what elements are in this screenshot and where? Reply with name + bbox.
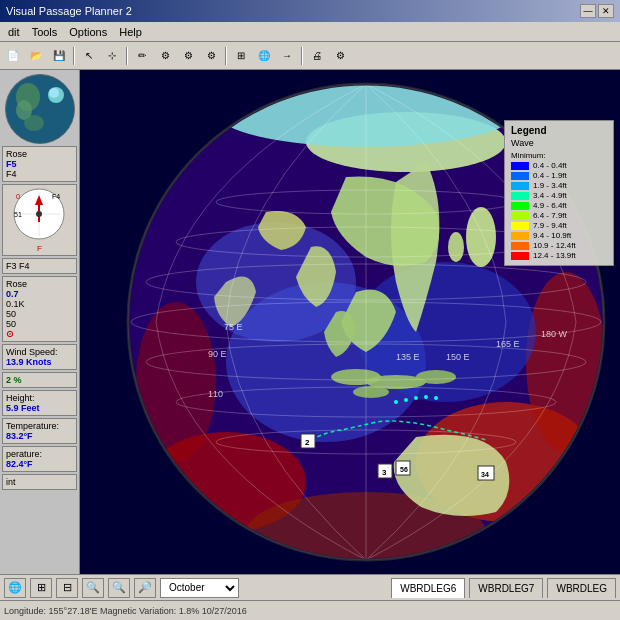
globe-area[interactable]: 75 E 90 E 110 135 E 150 E 165 E 180 W 2 … (80, 70, 620, 574)
print-button[interactable]: 🖨 (306, 45, 328, 67)
minimize-button[interactable]: — (580, 4, 596, 18)
arrow-button[interactable]: → (276, 45, 298, 67)
globe-icon-btn[interactable]: 🌐 (4, 578, 26, 598)
zoom-out-btn[interactable]: 🔍 (82, 578, 104, 598)
toolbar-sep3 (225, 47, 227, 65)
tool3-button[interactable]: ⚙ (200, 45, 222, 67)
svg-text:90 E: 90 E (208, 349, 227, 359)
legend-panel: Legend Wave Minimum: 0.4 - 0.4ft0.4 - 1.… (504, 120, 614, 266)
f3-section: F3 F4 (2, 258, 77, 274)
wind-compass-svg: 0 F4 51 (12, 187, 67, 242)
menu-help[interactable]: Help (113, 25, 148, 39)
titlebar: Visual Passage Planner 2 — ✕ (0, 0, 620, 22)
wave-height-section: Height: 5.9 Feet (2, 390, 77, 416)
month-select[interactable]: October January February March April May… (160, 578, 239, 598)
menubar: dit Tools Options Help (0, 22, 620, 42)
legend-minimum-row: Minimum: (511, 151, 607, 160)
wave-height-label: Height: (6, 393, 73, 403)
svg-text:110: 110 (208, 389, 223, 399)
svg-text:34: 34 (481, 471, 489, 478)
percent-value: 2 % (6, 375, 73, 385)
wind-speed-label: Wind Speed: (6, 347, 73, 357)
svg-point-28 (466, 207, 496, 267)
wind-speed-section: Wind Speed: 13.9 Knots (2, 344, 77, 370)
legend-row: 9.4 - 10.9ft (511, 231, 607, 240)
grid-icon-btn[interactable]: ⊞ (30, 578, 52, 598)
svg-text:150 E: 150 E (446, 352, 470, 362)
tool1-button[interactable]: ⚙ (154, 45, 176, 67)
tab-wbrdleg7[interactable]: WBRDLEG7 (469, 578, 543, 598)
app-title: Visual Passage Planner 2 (6, 5, 132, 17)
toolbar: 📄 📂 💾 ↖ ⊹ ✏ ⚙ ⚙ ⚙ ⊞ 🌐 → 🖨 ⚙ (0, 42, 620, 70)
zoom-in-btn[interactable]: 🔍 (108, 578, 130, 598)
legend-row: 0.4 - 0.4ft (511, 161, 607, 170)
new-button[interactable]: 📄 (2, 45, 24, 67)
wind-speed-value: 13.9 Knots (6, 357, 73, 367)
wind-rose-section: Rose F5 F4 (2, 146, 77, 182)
save-button[interactable]: 💾 (48, 45, 70, 67)
close-button[interactable]: ✕ (598, 4, 614, 18)
table-icon-btn[interactable]: ⊟ (56, 578, 78, 598)
wave-height-value: 5.9 Feet (6, 403, 73, 413)
svg-text:75 E: 75 E (224, 322, 243, 332)
toolbar-sep4 (301, 47, 303, 65)
svg-point-11 (36, 211, 42, 217)
svg-point-59 (414, 396, 418, 400)
tab-wbrdleg[interactable]: WBRDLEG (547, 578, 616, 598)
grid-button[interactable]: ⊞ (230, 45, 252, 67)
k50b-label: 50 (6, 319, 16, 329)
settings-button[interactable]: ⚙ (329, 45, 351, 67)
globe-button[interactable]: 🌐 (253, 45, 275, 67)
sea-temp-label: perature: (6, 449, 73, 459)
f3-label: F3 (6, 261, 17, 271)
f5-label: F5 (6, 159, 73, 169)
window-controls: — ✕ (580, 4, 614, 18)
toolbar-sep2 (126, 47, 128, 65)
sea-temp-section: perature: 82.4°F (2, 446, 77, 472)
svg-point-29 (448, 232, 464, 262)
cursor-button[interactable]: ↖ (78, 45, 100, 67)
svg-text:56: 56 (400, 466, 408, 473)
air-temp-label: Temperature: (6, 421, 73, 431)
select-button[interactable]: ⊹ (101, 45, 123, 67)
draw-button[interactable]: ✏ (131, 45, 153, 67)
statusbar: 🌐 ⊞ ⊟ 🔍 🔍 🔎 October January February Mar… (0, 574, 620, 600)
svg-text:2: 2 (305, 438, 310, 447)
bottombar: Longitude: 155°27.18'E Magnetic Variatio… (0, 600, 620, 620)
menu-tools[interactable]: Tools (26, 25, 64, 39)
menu-edit[interactable]: dit (2, 25, 26, 39)
left-panel: Rose F5 F4 0 F4 51 F F3 F4 Ros (0, 70, 80, 574)
svg-text:0: 0 (16, 193, 20, 200)
legend-row: 3.4 - 4.9ft (511, 191, 607, 200)
svg-point-57 (394, 400, 398, 404)
legend-minimum-label: Minimum: (511, 151, 546, 160)
sea-temp-value: 82.4°F (6, 459, 73, 469)
svg-point-58 (404, 398, 408, 402)
extra-section: int (2, 474, 77, 490)
legend-row: 6.4 - 7.9ft (511, 211, 607, 220)
toolbar-sep1 (73, 47, 75, 65)
legend-entries: 0.4 - 0.4ft0.4 - 1.9ft1.9 - 3.4ft3.4 - 4… (511, 161, 607, 260)
legend-row: 10.9 - 12.4ft (511, 241, 607, 250)
svg-text:3: 3 (382, 468, 387, 477)
k-label: 0.1K (6, 299, 73, 309)
wind-indicator-section: 0 F4 51 F (2, 184, 77, 256)
f4b-label: F4 (19, 261, 30, 271)
open-button[interactable]: 📂 (25, 45, 47, 67)
tool2-button[interactable]: ⚙ (177, 45, 199, 67)
zoom-actual-btn[interactable]: 🔎 (134, 578, 156, 598)
circle-0: ⊙ (6, 329, 73, 339)
k50-label: 50 (6, 309, 73, 319)
mini-map[interactable] (5, 74, 75, 144)
svg-text:F4: F4 (52, 193, 60, 200)
mini-map-svg (6, 75, 75, 144)
menu-options[interactable]: Options (63, 25, 113, 39)
legend-wave-label: Wave (511, 138, 607, 148)
legend-title: Legend (511, 125, 607, 136)
tab-wbrdleg6[interactable]: WBRDLEG6 (391, 578, 465, 598)
air-temp-value: 83.2°F (6, 431, 73, 441)
svg-point-33 (353, 386, 389, 398)
svg-point-32 (416, 370, 456, 384)
air-temp-section: Temperature: 83.2°F (2, 418, 77, 444)
svg-point-60 (424, 395, 428, 399)
